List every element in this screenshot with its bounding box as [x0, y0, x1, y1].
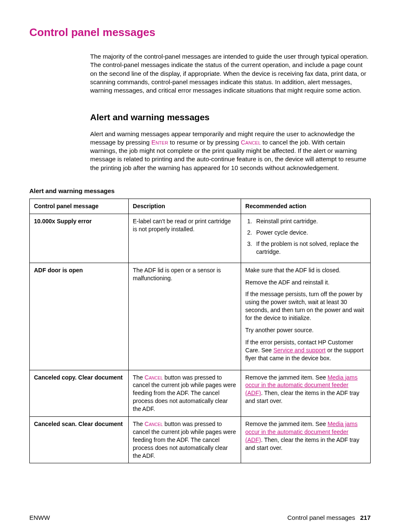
col-header-description: Description: [128, 199, 241, 214]
table-row: Canceled copy. Clear document The Cancel…: [30, 370, 371, 416]
table-row: Canceled scan. Clear document The Cancel…: [30, 417, 371, 463]
intro-paragraph: The majority of the control-panel messag…: [90, 52, 371, 95]
page-number: 217: [360, 514, 371, 521]
section-paragraph: Alert and warning messages appear tempor…: [90, 130, 371, 172]
page-footer: ENWW Control panel messages217: [29, 514, 371, 522]
enter-key: Enter: [151, 139, 168, 146]
list-item: If the problem is not solved, replace th…: [254, 240, 366, 256]
table-row: 10.000x Supply error E-label can't be re…: [30, 214, 371, 263]
list-item: Reinstall print cartridge.: [254, 217, 366, 225]
col-header-action: Recommended action: [241, 199, 371, 214]
list-item: Power cycle device.: [254, 229, 366, 237]
page-title: Control panel messages: [29, 25, 371, 40]
section-heading: Alert and warning messages: [90, 111, 371, 123]
table-caption: Alert and warning messages: [29, 187, 371, 195]
service-support-link[interactable]: Service and support: [273, 347, 326, 354]
footer-left: ENWW: [29, 514, 50, 522]
messages-table: Control panel message Description Recomm…: [29, 199, 371, 463]
table-row: ADF door is open The ADF lid is open or …: [30, 263, 371, 370]
cancel-key: Cancel: [241, 139, 261, 146]
col-header-message: Control panel message: [30, 199, 129, 214]
